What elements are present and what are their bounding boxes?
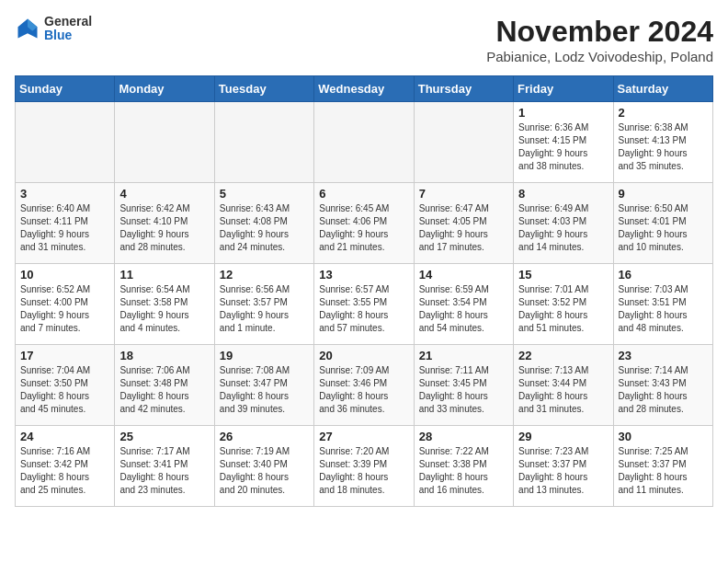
day-number: 29: [518, 430, 608, 443]
title-section: November 2024 Pabianice, Lodz Voivodeshi…: [486, 15, 713, 64]
calendar-cell: 22Sunrise: 7:13 AM Sunset: 3:44 PM Dayli…: [514, 345, 613, 426]
calendar-cell: 6Sunrise: 6:45 AM Sunset: 4:06 PM Daylig…: [314, 183, 414, 264]
day-info: Sunrise: 7:20 AM Sunset: 3:39 PM Dayligh…: [319, 445, 408, 497]
day-number: 28: [419, 430, 508, 443]
day-info: Sunrise: 6:50 AM Sunset: 4:01 PM Dayligh…: [619, 202, 708, 254]
logo-icon: [15, 16, 40, 41]
logo-blue-text: Blue: [44, 29, 92, 42]
calendar-cell: 13Sunrise: 6:57 AM Sunset: 3:55 PM Dayli…: [314, 264, 414, 345]
header-friday: Friday: [514, 76, 613, 102]
day-number: 12: [220, 268, 309, 282]
header-thursday: Thursday: [414, 76, 513, 102]
logo-general-text: General: [44, 15, 92, 29]
calendar-cell: 29Sunrise: 7:23 AM Sunset: 3:37 PM Dayli…: [514, 426, 613, 507]
header-row: Sunday Monday Tuesday Wednesday Thursday…: [16, 76, 713, 102]
calendar-cell: 16Sunrise: 7:03 AM Sunset: 3:51 PM Dayli…: [613, 264, 712, 345]
week-row-2: 3Sunrise: 6:40 AM Sunset: 4:11 PM Daylig…: [16, 183, 713, 264]
day-number: 16: [619, 268, 708, 282]
calendar-cell: 17Sunrise: 7:04 AM Sunset: 3:50 PM Dayli…: [16, 345, 115, 426]
calendar-table: Sunday Monday Tuesday Wednesday Thursday…: [15, 75, 713, 507]
day-number: 5: [220, 187, 309, 201]
calendar-cell: 30Sunrise: 7:25 AM Sunset: 3:37 PM Dayli…: [613, 426, 712, 507]
day-number: 23: [619, 349, 708, 362]
calendar-cell: 11Sunrise: 6:54 AM Sunset: 3:58 PM Dayli…: [115, 264, 214, 345]
day-number: 9: [619, 187, 708, 201]
day-info: Sunrise: 7:19 AM Sunset: 3:40 PM Dayligh…: [220, 445, 309, 497]
calendar-cell: 9Sunrise: 6:50 AM Sunset: 4:01 PM Daylig…: [613, 183, 712, 264]
week-row-1: 1Sunrise: 6:36 AM Sunset: 4:15 PM Daylig…: [16, 102, 713, 183]
day-number: 15: [518, 268, 608, 282]
calendar-cell: [16, 102, 115, 183]
day-info: Sunrise: 7:17 AM Sunset: 3:41 PM Dayligh…: [119, 445, 209, 497]
day-info: Sunrise: 7:13 AM Sunset: 3:44 PM Dayligh…: [518, 364, 608, 416]
day-info: Sunrise: 6:42 AM Sunset: 4:10 PM Dayligh…: [119, 202, 209, 254]
calendar-cell: 20Sunrise: 7:09 AM Sunset: 3:46 PM Dayli…: [314, 345, 414, 426]
calendar-cell: 12Sunrise: 6:56 AM Sunset: 3:57 PM Dayli…: [214, 264, 313, 345]
day-info: Sunrise: 6:43 AM Sunset: 4:08 PM Dayligh…: [220, 202, 309, 254]
day-number: 18: [119, 349, 209, 362]
day-number: 1: [518, 106, 608, 120]
calendar-cell: [214, 102, 313, 183]
calendar-cell: 1Sunrise: 6:36 AM Sunset: 4:15 PM Daylig…: [514, 102, 613, 183]
day-info: Sunrise: 6:47 AM Sunset: 4:05 PM Dayligh…: [419, 202, 508, 254]
calendar-cell: 15Sunrise: 7:01 AM Sunset: 3:52 PM Dayli…: [514, 264, 613, 345]
day-info: Sunrise: 6:52 AM Sunset: 4:00 PM Dayligh…: [20, 283, 109, 335]
day-info: Sunrise: 6:56 AM Sunset: 3:57 PM Dayligh…: [220, 283, 309, 335]
calendar-cell: 10Sunrise: 6:52 AM Sunset: 4:00 PM Dayli…: [16, 264, 115, 345]
calendar-cell: [314, 102, 414, 183]
calendar-cell: 25Sunrise: 7:17 AM Sunset: 3:41 PM Dayli…: [115, 426, 214, 507]
day-number: 14: [419, 268, 508, 282]
day-number: 19: [220, 349, 309, 362]
day-info: Sunrise: 6:36 AM Sunset: 4:15 PM Dayligh…: [518, 121, 608, 173]
day-number: 3: [20, 187, 109, 201]
calendar-cell: 26Sunrise: 7:19 AM Sunset: 3:40 PM Dayli…: [214, 426, 313, 507]
calendar-cell: 8Sunrise: 6:49 AM Sunset: 4:03 PM Daylig…: [514, 183, 613, 264]
header: General Blue November 2024 Pabianice, Lo…: [15, 15, 713, 64]
location-subtitle: Pabianice, Lodz Voivodeship, Poland: [486, 49, 713, 64]
day-number: 22: [518, 349, 608, 362]
day-info: Sunrise: 6:38 AM Sunset: 4:13 PM Dayligh…: [619, 121, 708, 173]
header-saturday: Saturday: [613, 76, 712, 102]
day-info: Sunrise: 6:49 AM Sunset: 4:03 PM Dayligh…: [518, 202, 608, 254]
header-wednesday: Wednesday: [314, 76, 414, 102]
day-number: 17: [20, 349, 109, 362]
calendar-cell: 21Sunrise: 7:11 AM Sunset: 3:45 PM Dayli…: [414, 345, 513, 426]
logo: General Blue: [15, 15, 92, 43]
week-row-5: 24Sunrise: 7:16 AM Sunset: 3:42 PM Dayli…: [16, 426, 713, 507]
day-number: 26: [220, 430, 309, 443]
header-monday: Monday: [115, 76, 214, 102]
day-number: 25: [119, 430, 209, 443]
calendar-cell: 24Sunrise: 7:16 AM Sunset: 3:42 PM Dayli…: [16, 426, 115, 507]
week-row-4: 17Sunrise: 7:04 AM Sunset: 3:50 PM Dayli…: [16, 345, 713, 426]
calendar-cell: 7Sunrise: 6:47 AM Sunset: 4:05 PM Daylig…: [414, 183, 513, 264]
day-number: 7: [419, 187, 508, 201]
day-number: 10: [20, 268, 109, 282]
calendar-cell: 19Sunrise: 7:08 AM Sunset: 3:47 PM Dayli…: [214, 345, 313, 426]
day-info: Sunrise: 7:11 AM Sunset: 3:45 PM Dayligh…: [419, 364, 508, 416]
day-number: 11: [119, 268, 209, 282]
calendar-cell: 28Sunrise: 7:22 AM Sunset: 3:38 PM Dayli…: [414, 426, 513, 507]
day-info: Sunrise: 7:06 AM Sunset: 3:48 PM Dayligh…: [119, 364, 209, 416]
day-info: Sunrise: 7:22 AM Sunset: 3:38 PM Dayligh…: [419, 445, 508, 497]
calendar-body: 1Sunrise: 6:36 AM Sunset: 4:15 PM Daylig…: [16, 102, 713, 507]
day-info: Sunrise: 7:16 AM Sunset: 3:42 PM Dayligh…: [20, 445, 109, 497]
day-info: Sunrise: 6:54 AM Sunset: 3:58 PM Dayligh…: [119, 283, 209, 335]
calendar-cell: 14Sunrise: 6:59 AM Sunset: 3:54 PM Dayli…: [414, 264, 513, 345]
day-number: 13: [319, 268, 408, 282]
day-info: Sunrise: 6:45 AM Sunset: 4:06 PM Dayligh…: [319, 202, 408, 254]
day-info: Sunrise: 7:14 AM Sunset: 3:43 PM Dayligh…: [619, 364, 708, 416]
day-number: 21: [419, 349, 508, 362]
calendar-cell: 27Sunrise: 7:20 AM Sunset: 3:39 PM Dayli…: [314, 426, 414, 507]
day-info: Sunrise: 7:01 AM Sunset: 3:52 PM Dayligh…: [518, 283, 608, 335]
header-tuesday: Tuesday: [214, 76, 313, 102]
day-number: 20: [319, 349, 408, 362]
day-info: Sunrise: 7:08 AM Sunset: 3:47 PM Dayligh…: [220, 364, 309, 416]
calendar-cell: 23Sunrise: 7:14 AM Sunset: 3:43 PM Dayli…: [613, 345, 712, 426]
calendar-cell: 4Sunrise: 6:42 AM Sunset: 4:10 PM Daylig…: [115, 183, 214, 264]
day-info: Sunrise: 6:57 AM Sunset: 3:55 PM Dayligh…: [319, 283, 408, 335]
day-info: Sunrise: 7:25 AM Sunset: 3:37 PM Dayligh…: [619, 445, 708, 497]
day-info: Sunrise: 7:04 AM Sunset: 3:50 PM Dayligh…: [20, 364, 109, 416]
header-sunday: Sunday: [16, 76, 115, 102]
day-number: 2: [619, 106, 708, 120]
calendar-cell: [414, 102, 513, 183]
